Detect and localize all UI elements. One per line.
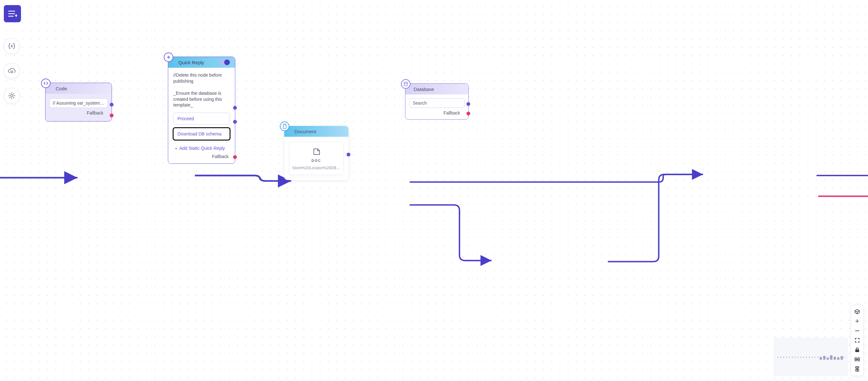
database-icon xyxy=(403,82,408,86)
database-action-chip[interactable]: Search xyxy=(409,98,465,108)
menu-button[interactable] xyxy=(4,5,21,22)
node-quick-reply[interactable]: Quick Reply //Delete this node before pu… xyxy=(168,57,235,164)
code-badge xyxy=(41,79,51,88)
qr-download-port[interactable] xyxy=(233,120,237,124)
doc-type-label: DOC xyxy=(292,159,341,163)
qr-desc-2: _Ensure the database is created before u… xyxy=(173,91,222,108)
braces-x-icon xyxy=(8,42,16,50)
lock-icon xyxy=(855,347,860,352)
node-database[interactable]: Database Search Fallback xyxy=(405,83,469,120)
qr-add-static[interactable]: ＋ Add Static Quick Reply xyxy=(173,143,230,151)
qr-option-download-schema[interactable]: Download DB schema xyxy=(173,128,230,140)
node-document[interactable]: Document DOC Store%20Locator%20DB%20S... xyxy=(284,126,348,180)
side-tool-stack xyxy=(4,38,20,104)
qr-desc-1: //Delete this node before publishing xyxy=(173,72,222,84)
lock-button[interactable] xyxy=(851,345,863,355)
menu-with-plus-icon xyxy=(8,9,17,18)
minimap-blocks xyxy=(820,355,843,360)
align-v-icon xyxy=(854,366,860,372)
database-title: Database xyxy=(414,87,434,92)
code-chip[interactable]: // Assuming var_system.... xyxy=(49,98,108,108)
document-badge xyxy=(280,121,289,131)
align-vertical-button[interactable] xyxy=(851,364,863,374)
code-icon xyxy=(43,81,48,86)
zoom-in-button[interactable]: + xyxy=(851,317,863,326)
view-3d-button[interactable] xyxy=(851,307,863,317)
quick-reply-title: Quick Reply xyxy=(178,60,204,65)
minimap[interactable] xyxy=(774,338,848,376)
cloud-gear-icon xyxy=(8,67,16,75)
cloud-settings-button[interactable] xyxy=(4,63,20,79)
variables-button[interactable] xyxy=(4,38,20,54)
document-card[interactable]: DOC Store%20Locator%20DB%20S... xyxy=(289,142,343,175)
align-h-icon xyxy=(854,356,860,362)
settings-button[interactable] xyxy=(4,88,20,104)
zoom-out-button[interactable]: − xyxy=(851,326,863,335)
document-filename: Store%20Locator%20DB%20S... xyxy=(292,166,341,170)
reply-icon xyxy=(166,55,171,59)
qr-add-label: Add Static Quick Reply xyxy=(179,146,225,151)
align-horizontal-button[interactable] xyxy=(851,355,863,364)
document-output-port[interactable] xyxy=(347,153,350,156)
database-fallback-label: Fallback xyxy=(443,110,460,115)
qr-proceed-port[interactable] xyxy=(233,106,237,110)
flow-canvas[interactable]: Code // Assuming var_system.... Fallback… xyxy=(0,0,868,381)
code-fallback-label: Fallback xyxy=(87,110,103,115)
code-fallback-port[interactable] xyxy=(110,114,114,117)
document-title: Document xyxy=(294,129,316,134)
database-output-port[interactable] xyxy=(466,102,470,106)
quick-reply-badge xyxy=(164,53,173,62)
node-code[interactable]: Code // Assuming var_system.... Fallback xyxy=(45,83,112,121)
qr-fallback-port[interactable] xyxy=(233,155,237,159)
edges-layer xyxy=(0,0,868,381)
svg-point-2 xyxy=(404,82,407,83)
svg-point-1 xyxy=(11,95,13,97)
gear-icon xyxy=(8,92,16,99)
doc-file-icon xyxy=(311,148,322,159)
plus-icon: ＋ xyxy=(174,146,179,151)
cube-icon xyxy=(854,309,860,315)
code-output-port[interactable] xyxy=(110,103,114,107)
expand-icon xyxy=(855,338,860,343)
canvas-controls: + − xyxy=(851,305,864,376)
database-fallback-port[interactable] xyxy=(466,112,470,115)
code-title: Code xyxy=(56,86,67,91)
qr-option-proceed[interactable]: Proceed xyxy=(173,113,230,125)
quick-reply-toggle[interactable] xyxy=(220,60,230,65)
fit-view-button[interactable] xyxy=(851,335,863,345)
document-icon xyxy=(282,124,287,129)
database-badge xyxy=(401,79,410,89)
qr-fallback-label: Fallback xyxy=(212,154,228,159)
